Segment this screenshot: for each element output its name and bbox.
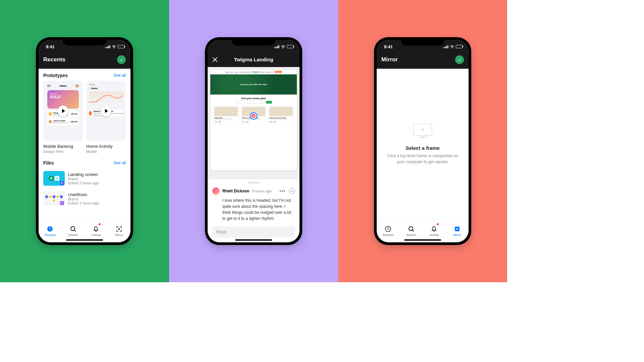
header: Mirror bbox=[377, 53, 469, 69]
home-indicator[interactable] bbox=[66, 239, 103, 241]
tab-label: Search bbox=[68, 233, 78, 237]
figma-badge-icon bbox=[60, 181, 64, 185]
file-item[interactable]: Userflows Brand Edited 2 hours ago bbox=[39, 188, 130, 208]
mirror-empty-state: # Select a frame Click a top-level frame… bbox=[377, 69, 469, 220]
bell-icon bbox=[93, 226, 99, 232]
nav-item: contact us bbox=[266, 71, 273, 73]
file-name: Userflows bbox=[68, 192, 126, 197]
tab-activity[interactable]: Activity bbox=[423, 220, 446, 242]
tab-label: Recents bbox=[383, 233, 394, 237]
tab-label: Search bbox=[406, 233, 416, 237]
file-title: Twigma Landing bbox=[234, 57, 273, 62]
search-icon bbox=[70, 226, 76, 232]
file-item[interactable]: ✱ S Landing screen Brand Edited 2 hours … bbox=[39, 168, 130, 188]
more-button[interactable]: ••• bbox=[279, 188, 285, 194]
tab-mirror[interactable]: Mirror bbox=[108, 220, 131, 242]
page-title: Mirror bbox=[381, 56, 398, 63]
header: Twigma Landing bbox=[208, 53, 300, 67]
prototype-card[interactable]: 10:08 ‹ Home bbox=[86, 81, 126, 154]
wallet-title: Wallet bbox=[60, 85, 66, 87]
play-button[interactable] bbox=[101, 106, 111, 116]
back-icon: ‹ bbox=[89, 86, 90, 89]
tab-bar: Recents Search Activity bbox=[39, 220, 130, 242]
svg-rect-18 bbox=[443, 47, 444, 48]
close-button[interactable] bbox=[212, 57, 218, 62]
home-indicator[interactable] bbox=[404, 239, 441, 241]
tab-search[interactable]: Search bbox=[400, 220, 423, 242]
hamburger-icon bbox=[47, 85, 51, 87]
svg-point-9 bbox=[71, 227, 75, 231]
svg-point-24 bbox=[409, 227, 413, 231]
tab-search[interactable]: Search bbox=[62, 220, 85, 242]
row-icon bbox=[49, 120, 52, 123]
svg-point-7 bbox=[97, 101, 98, 102]
svg-rect-11 bbox=[118, 228, 120, 230]
row-amount: +$24.00 bbox=[70, 121, 77, 123]
search-input-mock bbox=[235, 101, 265, 104]
svg-rect-12 bbox=[274, 47, 275, 48]
signal-icon bbox=[105, 45, 110, 48]
plant-card: Small succulent collection Lorem ipsum d… bbox=[268, 106, 294, 125]
resolve-button[interactable] bbox=[289, 188, 295, 194]
tab-recents[interactable]: Recents bbox=[39, 220, 62, 242]
search-button-mock bbox=[266, 101, 272, 104]
svg-line-25 bbox=[413, 230, 414, 231]
battery-icon bbox=[287, 45, 293, 48]
search-icon bbox=[408, 226, 415, 232]
see-all-files[interactable]: See all bbox=[113, 161, 126, 165]
wallet-avatar bbox=[75, 84, 79, 87]
file-edited: Edited 2 hours ago bbox=[68, 201, 126, 205]
canvas-preview[interactable]: plant store cacti monthly crates twigma … bbox=[208, 67, 300, 179]
row-icon bbox=[49, 112, 52, 116]
mirror-icon bbox=[454, 226, 461, 232]
tab-label: Activity bbox=[429, 233, 439, 237]
play-button[interactable] bbox=[58, 106, 68, 116]
section-title-files: Files bbox=[43, 160, 54, 166]
headline: Find your dream plant bbox=[210, 95, 297, 101]
plant-card: Simple bullet Lorem ipsum dolor sit amet… bbox=[213, 106, 239, 125]
prototype-name: Home Activity bbox=[86, 144, 126, 149]
tab-recents[interactable]: Recents bbox=[377, 220, 400, 242]
svg-rect-0 bbox=[105, 47, 106, 48]
svg-rect-3 bbox=[109, 45, 110, 48]
row-sub: May 20, 1:24 pm bbox=[53, 122, 69, 124]
prototype-subtitle: Mobile bbox=[86, 149, 126, 154]
file-brand: Brand bbox=[68, 197, 126, 201]
phone-comment: Twigma Landing plant store cacti monthly… bbox=[205, 37, 302, 245]
prototype-card[interactable]: Wallet Balance $18,67 bbox=[43, 81, 83, 154]
home-indicator[interactable] bbox=[235, 239, 272, 241]
svg-point-22 bbox=[457, 57, 462, 62]
commenter-name: Rhett Dickson bbox=[222, 189, 250, 193]
phone-recents: 9:41 Recents bbox=[36, 37, 133, 245]
prototype-name: Mobile Banking bbox=[43, 144, 83, 149]
tab-label: Recents bbox=[45, 233, 56, 237]
hero-text: All plants are 15% off in May bbox=[240, 83, 267, 85]
act-title: Home bbox=[91, 87, 98, 89]
status-time: 9:41 bbox=[46, 44, 55, 49]
svg-rect-14 bbox=[277, 46, 278, 48]
see-all-prototypes[interactable]: See all bbox=[113, 73, 126, 78]
file-edited: Edited 2 hours ago bbox=[68, 181, 126, 185]
tab-mirror[interactable]: Mirror bbox=[446, 220, 469, 242]
phone-mirror: 9:41 Mirror bbox=[374, 37, 471, 245]
balance-label: Balance bbox=[50, 93, 76, 95]
balance-amount: $18,67 bbox=[50, 95, 76, 99]
act-time: 10:08 bbox=[89, 83, 123, 86]
avatar[interactable] bbox=[455, 55, 464, 64]
comment-pin[interactable] bbox=[250, 112, 257, 120]
drag-handle[interactable] bbox=[248, 182, 260, 183]
clock-icon bbox=[47, 226, 53, 232]
reply-input[interactable]: Reply bbox=[212, 226, 295, 238]
hero-banner: All plants are 15% off in May bbox=[210, 74, 297, 95]
monitor-frame-icon: # bbox=[413, 124, 432, 139]
svg-rect-13 bbox=[276, 47, 277, 48]
bell-icon bbox=[431, 226, 437, 232]
file-thumbnail: ✱ S bbox=[43, 171, 65, 186]
wifi-icon bbox=[450, 45, 454, 48]
tab-bar: Recents Search Activity bbox=[377, 220, 469, 242]
logo: twigma bbox=[252, 71, 260, 73]
tab-activity[interactable]: Activity bbox=[85, 220, 108, 242]
avatar[interactable] bbox=[117, 55, 126, 64]
battery-icon bbox=[456, 45, 463, 48]
row-amount: -$16.35 bbox=[71, 113, 77, 115]
